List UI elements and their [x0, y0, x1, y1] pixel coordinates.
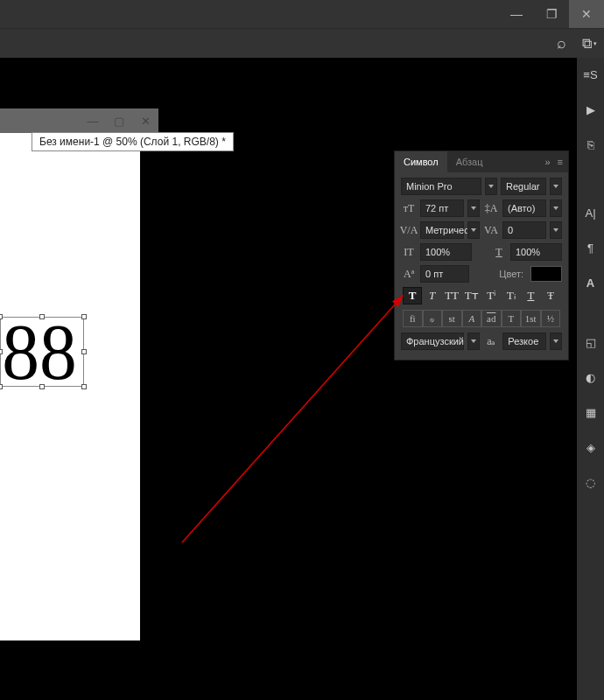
- vscale-icon: IT: [401, 243, 417, 261]
- antialias-icon: aₐ: [483, 332, 499, 350]
- ot-fractions-button[interactable]: ½: [541, 310, 561, 327]
- font-style-field[interactable]: Regular: [501, 178, 546, 195]
- font-family-dropdown[interactable]: [485, 178, 497, 195]
- font-size-dropdown[interactable]: [467, 200, 480, 217]
- ot-ordinals-button[interactable]: 1st: [521, 310, 541, 327]
- handle-n[interactable]: [39, 314, 45, 319]
- small-caps-button[interactable]: Tᴛ: [462, 287, 481, 304]
- tracking-dropdown[interactable]: [550, 221, 562, 239]
- libraries-icon[interactable]: ⎘: [581, 135, 600, 154]
- tracking-icon: VA: [483, 221, 499, 239]
- doc-close-button[interactable]: ✕: [132, 111, 158, 130]
- hscale-field[interactable]: 100%: [510, 243, 562, 261]
- antialias-dropdown[interactable]: [550, 332, 562, 350]
- baseline-icon: Aª: [401, 265, 417, 283]
- app-maximize-button[interactable]: ❐: [534, 0, 569, 28]
- handle-nw[interactable]: [0, 314, 3, 319]
- ot-swash-button[interactable]: A: [462, 310, 482, 327]
- faux-bold-button[interactable]: T: [403, 287, 422, 304]
- 3d-panel-icon[interactable]: ◱: [581, 332, 600, 352]
- text-color-swatch[interactable]: [530, 266, 562, 282]
- graphic-styles-icon[interactable]: ≡S: [581, 65, 600, 84]
- options-bar: ⌕ ⧉▾: [0, 28, 604, 58]
- app-titlebar: — ❐ ✕: [0, 0, 604, 28]
- kerning-field[interactable]: Метрическ: [420, 221, 464, 239]
- character-panel-icon[interactable]: A|: [581, 203, 600, 222]
- baseline-field[interactable]: 0 пт: [420, 265, 469, 283]
- ot-contextual-button[interactable]: ℴ: [423, 310, 443, 327]
- text-bounding-box[interactable]: [0, 317, 84, 387]
- panel-menu-icon[interactable]: ≡: [558, 157, 563, 167]
- leading-dropdown[interactable]: [550, 200, 562, 217]
- cc-libraries-icon[interactable]: ◌: [581, 472, 600, 492]
- app-minimize-button[interactable]: —: [499, 0, 534, 28]
- strikethrough-button[interactable]: Ŧ: [541, 287, 560, 304]
- panel-collapse-icon[interactable]: »: [544, 157, 550, 167]
- materials-icon[interactable]: ◐: [581, 368, 600, 387]
- actions-play-icon[interactable]: ▶: [581, 100, 600, 119]
- tab-paragraph[interactable]: Абзац: [447, 151, 492, 172]
- leading-icon: ‡A: [483, 200, 499, 217]
- kerning-dropdown[interactable]: [467, 221, 480, 239]
- handle-s[interactable]: [39, 384, 45, 389]
- tab-character[interactable]: Символ: [395, 151, 447, 172]
- search-icon[interactable]: ⌕: [550, 32, 572, 55]
- character-panel[interactable]: Символ Абзац » ≡ Minion Pro Regular тТ 7…: [394, 150, 569, 360]
- handle-ne[interactable]: [81, 314, 87, 319]
- ot-stylistic-button[interactable]: ad: [481, 310, 502, 327]
- font-size-icon: тТ: [401, 200, 417, 217]
- language-field[interactable]: Французский: [401, 332, 464, 350]
- antialias-field[interactable]: Резкое: [502, 332, 546, 350]
- ot-ligatures-button[interactable]: fi: [403, 310, 423, 327]
- panel-header: Символ Абзац » ≡: [395, 151, 568, 172]
- color-label: Цвет:: [495, 269, 527, 279]
- doc-maximize-button[interactable]: ▢: [106, 111, 132, 130]
- paragraph-panel-icon[interactable]: ¶: [581, 238, 600, 257]
- font-size-field[interactable]: 72 пт: [420, 200, 464, 217]
- font-family-field[interactable]: Minion Pro: [401, 178, 481, 195]
- swatches-icon[interactable]: ▦: [581, 402, 600, 422]
- font-style-dropdown[interactable]: [550, 178, 562, 195]
- document-titlebar[interactable]: — ▢ ✕: [0, 108, 158, 133]
- app-close-button[interactable]: ✕: [569, 0, 604, 28]
- panel-dock: ≡S ▶ ⎘ A| ¶ A ◱ ◐ ▦ ◈ ◌: [577, 58, 604, 700]
- kerning-icon: V/A: [401, 221, 417, 239]
- all-caps-button[interactable]: TT: [442, 287, 461, 304]
- document-window: — ▢ ✕ Без имени-1 @ 50% (Слой 1, RGB/8) …: [0, 108, 158, 640]
- ot-discretionary-button[interactable]: st: [442, 310, 462, 327]
- leading-field[interactable]: (Авто): [502, 200, 546, 217]
- document-title-tooltip: Без имени-1 @ 50% (Слой 1, RGB/8) *: [32, 132, 234, 151]
- doc-minimize-button[interactable]: —: [80, 111, 106, 130]
- underline-button[interactable]: T: [521, 287, 540, 304]
- ot-titling-button[interactable]: T: [502, 310, 522, 327]
- subscript-button[interactable]: Tᵢ: [502, 287, 521, 304]
- handle-sw[interactable]: [0, 384, 3, 389]
- glyphs-panel-icon[interactable]: A: [581, 273, 600, 292]
- language-dropdown[interactable]: [467, 332, 480, 350]
- handle-se[interactable]: [81, 384, 87, 389]
- workspace-switcher-icon[interactable]: ⧉▾: [578, 32, 600, 55]
- document-canvas[interactable]: 88: [0, 133, 140, 640]
- faux-italic-button[interactable]: T: [423, 287, 442, 304]
- handle-e[interactable]: [81, 349, 87, 354]
- hscale-icon: T: [491, 243, 507, 261]
- vscale-field[interactable]: 100%: [420, 243, 472, 261]
- superscript-button[interactable]: Tⁱ: [481, 287, 501, 304]
- tracking-field[interactable]: 0: [502, 221, 546, 239]
- layers-icon[interactable]: ◈: [581, 438, 600, 457]
- handle-w[interactable]: [0, 349, 3, 354]
